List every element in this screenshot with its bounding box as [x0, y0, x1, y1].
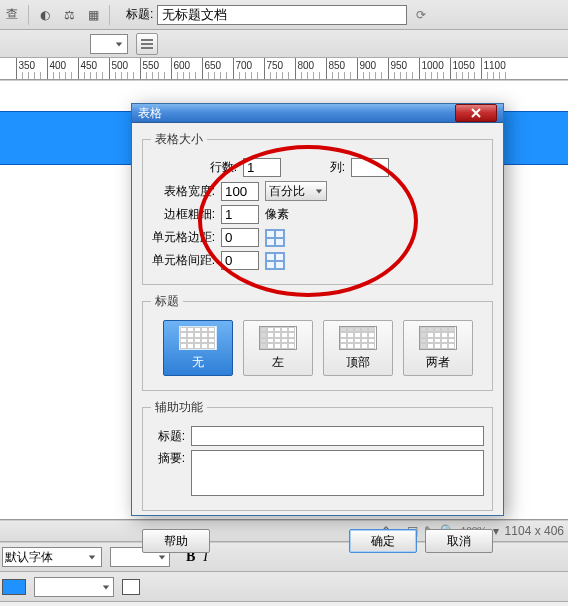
cellspace-input[interactable] [221, 251, 259, 270]
cellpad-input[interactable] [221, 228, 259, 247]
separator [28, 5, 29, 25]
title-input[interactable] [157, 5, 407, 25]
access-title-label: 标题: [151, 428, 185, 445]
table-size-legend: 表格大小 [151, 131, 207, 148]
table-dialog: 表格 表格大小 行数: 列: 表格宽度: 百分比 [131, 103, 504, 516]
dialog-titlebar[interactable]: 表格 [132, 104, 503, 123]
width-input[interactable] [221, 182, 259, 201]
cellspace-icon[interactable] [265, 252, 285, 270]
canvas-dimensions: 1104 x 406 [505, 524, 564, 538]
border-label: 边框粗细: [151, 206, 215, 223]
border-unit: 像素 [265, 206, 289, 223]
main-toolbar: 查 ◐ ⚖ ▦ 标题: ⟳ [0, 0, 568, 30]
width-label: 表格宽度: [151, 183, 215, 200]
find-button[interactable]: 查 [2, 5, 22, 25]
table-size-group: 表格大小 行数: 列: 表格宽度: 百分比 边框粗细: 像素 [142, 131, 493, 285]
svg-rect-0 [141, 39, 153, 41]
cellspace-label: 单元格间距: [151, 252, 215, 269]
access-summary-label: 摘要: [151, 450, 185, 467]
caption-option-2[interactable]: 顶部 [323, 320, 393, 376]
caption-option-0[interactable]: 无 [163, 320, 233, 376]
border-input[interactable] [221, 205, 259, 224]
globe-icon[interactable]: ◐ [35, 5, 55, 25]
horizontal-ruler: 3504004505005506006507007508008509009501… [0, 58, 568, 80]
dialog-title: 表格 [138, 105, 162, 122]
ok-button[interactable]: 确定 [349, 529, 417, 553]
scale-icon[interactable]: ⚖ [59, 5, 79, 25]
properties-bar-2 [0, 572, 568, 602]
cellpad-label: 单元格边距: [151, 229, 215, 246]
dialog-button-row: 帮助 确定 取消 [132, 523, 503, 563]
cellpad-icon[interactable] [265, 229, 285, 247]
refresh-icon[interactable]: ⟳ [411, 5, 431, 25]
caption-option-1[interactable]: 左 [243, 320, 313, 376]
fg-color-swatch[interactable] [122, 579, 140, 595]
font-family-combo[interactable]: 默认字体 [2, 547, 102, 567]
cancel-button[interactable]: 取消 [425, 529, 493, 553]
cols-label: 列: [325, 159, 345, 176]
title-label: 标题: [126, 6, 153, 23]
caption-option-3[interactable]: 两者 [403, 320, 473, 376]
svg-rect-2 [141, 47, 153, 49]
rows-input[interactable] [243, 158, 281, 177]
caption-group: 标题 无左顶部两者 [142, 293, 493, 391]
svg-rect-1 [141, 43, 153, 45]
accessibility-group: 辅助功能 标题: 摘要: [142, 399, 493, 511]
separator [109, 5, 110, 25]
tool-icon[interactable]: ▦ [83, 5, 103, 25]
rows-label: 行数: [203, 159, 237, 176]
access-title-input[interactable] [191, 426, 484, 446]
width-unit-select[interactable]: 百分比 [265, 181, 327, 201]
help-button[interactable]: 帮助 [142, 529, 210, 553]
list-view-icon[interactable] [136, 33, 158, 55]
access-summary-input[interactable] [191, 450, 484, 496]
size-combo[interactable] [90, 34, 128, 54]
caption-legend: 标题 [151, 293, 183, 310]
close-button[interactable] [455, 104, 497, 122]
bg-color-swatch[interactable] [2, 579, 26, 595]
accessibility-legend: 辅助功能 [151, 399, 207, 416]
style-combo[interactable] [34, 577, 114, 597]
secondary-toolbar [0, 30, 568, 58]
cols-input[interactable] [351, 158, 389, 177]
